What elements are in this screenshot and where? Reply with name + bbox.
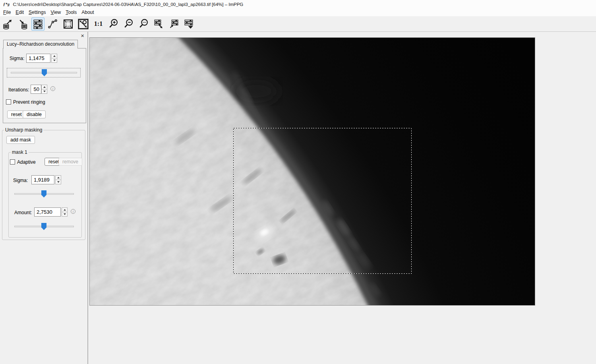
chevron-down-icon [57,181,60,183]
info-icon: i [71,209,75,214]
export-processing-settings-button[interactable] [152,17,165,31]
mask-sigma-spin-down[interactable] [55,180,61,184]
toggle-processing-panel-button[interactable] [31,17,45,31]
processing-panel: ✕ Lucy–Richardson deconvolution Sigma: I… [0,32,88,364]
iterations-spin-up[interactable] [41,85,47,89]
prevent-ringing-checkbox[interactable] [6,99,11,105]
menu-view[interactable]: View [48,9,63,15]
save-image-icon [17,19,28,29]
menu-settings[interactable]: Settings [26,9,48,15]
panel-close-button[interactable]: ✕ [79,33,85,39]
zoom-in-icon [108,18,119,29]
title-bar: ƒ*g C:\Users\cedri\Desktop\SharpCap Capt… [0,0,596,8]
chevron-down-icon [43,91,46,92]
zoom-custom-button[interactable] [137,17,150,31]
app-icon: ƒ*g [3,2,10,6]
settings-menu-icon [184,19,194,29]
mask-sigma-input[interactable] [31,175,54,184]
adaptive-label: Adaptive [17,159,36,165]
unsharp-masking-title: Unsharp masking [4,127,43,133]
mask1-title: mask 1 [11,149,29,155]
prevent-ringing-label: Prevent ringing [13,99,45,105]
export-settings-icon [153,19,164,29]
zoom-100-label: 1:1 [94,20,103,27]
load-image-button[interactable] [1,17,14,31]
menu-tools[interactable]: Tools [63,9,79,15]
tab-lucy-richardson[interactable]: Lucy–Richardson deconvolution [3,40,78,48]
chevron-up-icon [57,177,60,178]
mask-sigma-spin-up[interactable] [55,175,61,180]
lr-sigma-spin-down[interactable] [51,58,57,63]
chevron-down-icon [53,60,56,61]
menu-file[interactable]: File [1,9,13,15]
tone-curve-button[interactable] [46,17,60,31]
amount-spin-down[interactable] [62,212,68,217]
main-area: ✕ Lucy–Richardson deconvolution Sigma: I… [0,32,596,364]
import-settings-icon [168,19,179,29]
toolbar: 1:1 [0,16,596,32]
import-processing-settings-button[interactable] [167,17,180,31]
select-area-button[interactable] [62,17,75,31]
lr-sigma-label: Sigma: [10,56,24,61]
mask-sigma-spinner [55,175,61,184]
iterations-spin-down[interactable] [41,89,47,94]
tone-curve-icon [48,19,58,29]
iterations-label: Iterations: [8,87,29,93]
zoom-in-button[interactable] [107,17,120,31]
load-image-icon [2,19,13,29]
lr-sigma-spin-up[interactable] [51,54,57,58]
amount-input[interactable] [34,207,61,217]
zoom-out-button[interactable] [122,17,135,31]
mask-remove-button[interactable]: remove [58,158,82,166]
mask-sigma-label: Sigma: [13,178,28,183]
processing-settings-menu-button[interactable] [182,17,195,31]
save-image-button[interactable] [16,17,29,31]
iterations-spinner [41,85,47,94]
chevron-down-icon [64,213,66,215]
info-icon: i [50,86,55,91]
chevron-up-icon [53,55,56,57]
add-mask-button[interactable]: add mask [6,136,35,144]
processing-sliders-icon [33,19,43,29]
select-area-icon [63,19,74,29]
zoom-out-icon [123,18,134,29]
window-title: C:\Users\cedri\Desktop\SharpCap Captures… [13,2,244,7]
menu-bar: File Edit Settings View Tools About [0,8,596,16]
fit-to-window-icon [77,18,89,30]
zoom-custom-icon [138,18,149,29]
chevron-up-icon [43,86,46,88]
lr-sigma-input[interactable] [26,54,50,63]
solar-image[interactable] [89,37,535,306]
image-canvas[interactable] [88,32,596,364]
iterations-input[interactable] [31,85,41,94]
chevron-up-icon [64,209,66,211]
amount-spin-up[interactable] [62,207,68,212]
menu-about[interactable]: About [79,9,96,15]
zoom-100-button[interactable]: 1:1 [92,17,105,31]
adaptive-checkbox[interactable] [10,159,15,165]
lr-disable-button[interactable]: disable [23,110,46,118]
fit-to-window-button[interactable] [77,17,90,31]
amount-spinner [62,207,68,217]
menu-edit[interactable]: Edit [13,9,26,15]
lr-sigma-spinner [51,54,57,63]
amount-label: Amount: [14,210,32,215]
chevron-down-icon [188,26,193,29]
